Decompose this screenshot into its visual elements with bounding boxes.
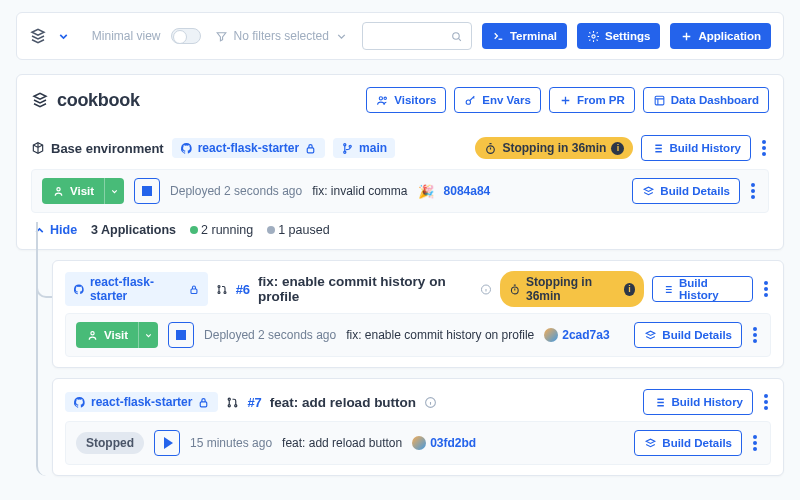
env-vars-button[interactable]: Env Vars: [454, 87, 541, 113]
new-application-button[interactable]: Application: [670, 23, 771, 49]
data-dashboard-button[interactable]: Data Dashboard: [643, 87, 769, 113]
svg-point-4: [466, 99, 470, 103]
topbar: Minimal view No filters selected Termina…: [16, 12, 784, 60]
svg-point-8: [344, 151, 346, 153]
visit-dropdown[interactable]: [104, 178, 124, 204]
terminal-button[interactable]: Terminal: [482, 23, 567, 49]
party-hat-icon: 🎉: [418, 184, 434, 199]
env-menu-button[interactable]: [759, 140, 769, 156]
info-outline-icon[interactable]: [480, 283, 492, 296]
external-icon: [86, 329, 99, 342]
stopwatch-icon: [509, 283, 521, 296]
list-icon: [651, 142, 664, 155]
dashboard-icon: [653, 94, 666, 107]
from-pr-button[interactable]: From PR: [549, 87, 635, 113]
search-input[interactable]: [362, 22, 472, 50]
app-menu-button[interactable]: [761, 281, 771, 297]
deployed-ago: Deployed 2 seconds ago: [170, 184, 302, 198]
from-pr-label: From PR: [577, 94, 625, 106]
commit-message: feat: add reload button: [282, 436, 402, 450]
base-env-title: Base environment: [31, 141, 164, 156]
info-icon[interactable]: i: [624, 283, 636, 296]
repo-chip[interactable]: react-flask-starter: [65, 272, 208, 306]
app-header: react-flask-starter #7 feat: add reload …: [53, 379, 783, 421]
people-icon: [376, 94, 389, 107]
visit-button[interactable]: Visit: [42, 178, 104, 204]
app-menu-button[interactable]: [761, 394, 771, 410]
avatar: [544, 328, 558, 342]
settings-label: Settings: [605, 30, 650, 42]
pull-request-icon: [226, 396, 239, 409]
base-env-header: Base environment react-flask-starter mai…: [31, 125, 769, 169]
stop-button[interactable]: [134, 178, 160, 204]
build-details-button[interactable]: Build Details: [632, 178, 740, 204]
github-icon: [73, 396, 86, 409]
repo-name: react-flask-starter: [90, 275, 183, 303]
build-menu-button[interactable]: [750, 327, 760, 343]
list-icon: [653, 396, 666, 409]
build-menu-button[interactable]: [748, 183, 758, 199]
stop-button[interactable]: [168, 322, 194, 348]
svg-point-22: [235, 404, 237, 406]
visit-button[interactable]: Visit: [76, 322, 138, 348]
svg-point-10: [487, 145, 495, 153]
svg-rect-6: [307, 147, 314, 152]
svg-rect-12: [191, 289, 197, 293]
commit-hash[interactable]: 8084a84: [444, 184, 491, 198]
stopwatch-icon: [484, 142, 497, 155]
github-icon: [73, 283, 85, 296]
svg-point-1: [592, 34, 595, 37]
project-card: cookbook Visitors Env Vars From PR Data …: [16, 74, 784, 250]
build-details-button[interactable]: Build Details: [634, 322, 742, 348]
terminal-icon: [492, 30, 505, 43]
plus-icon: [559, 94, 572, 107]
build-history-button[interactable]: Build History: [652, 276, 753, 302]
deployed-ago: Deployed 2 seconds ago: [204, 328, 336, 342]
layers-icon: [642, 185, 655, 198]
chevron-down-icon: [335, 30, 348, 43]
chevron-down-icon[interactable]: [57, 30, 70, 43]
pr-number[interactable]: #7: [247, 395, 261, 410]
visitors-button[interactable]: Visitors: [366, 87, 446, 113]
layers-icon: [644, 329, 657, 342]
gear-icon: [587, 30, 600, 43]
filters-label: No filters selected: [234, 29, 329, 43]
svg-point-2: [380, 96, 383, 99]
info-outline-icon[interactable]: [424, 396, 437, 409]
repo-chip[interactable]: react-flask-starter: [65, 392, 218, 412]
commit-hash[interactable]: 2cad7a3: [544, 328, 609, 342]
project-title: cookbook: [57, 90, 140, 111]
svg-point-13: [218, 285, 220, 287]
apps-summary: Hide 3 Applications 2 running 1 paused: [31, 213, 769, 239]
build-details-button[interactable]: Build Details: [634, 430, 742, 456]
settings-button[interactable]: Settings: [577, 23, 660, 49]
svg-point-7: [344, 143, 346, 145]
branch-chip[interactable]: main: [333, 138, 395, 158]
svg-point-14: [218, 291, 220, 293]
app-card: react-flask-starter #6 fix: enable commi…: [52, 260, 784, 368]
minimal-view-toggle[interactable]: [171, 28, 201, 44]
plus-icon: [680, 30, 693, 43]
build-history-button[interactable]: Build History: [643, 389, 753, 415]
visit-dropdown[interactable]: [138, 322, 158, 348]
search-icon: [450, 30, 463, 43]
pr-number[interactable]: #6: [236, 282, 250, 297]
filters-dropdown[interactable]: No filters selected: [211, 29, 352, 43]
branch-icon: [341, 142, 354, 155]
envvars-label: Env Vars: [482, 94, 531, 106]
dashboard-label: Data Dashboard: [671, 94, 759, 106]
play-button[interactable]: [154, 430, 180, 456]
repo-chip[interactable]: react-flask-starter: [172, 138, 325, 158]
build-menu-button[interactable]: [750, 435, 760, 451]
avatar: [412, 436, 426, 450]
terminal-label: Terminal: [510, 30, 557, 42]
lock-icon: [197, 396, 210, 409]
build-history-button[interactable]: Build History: [641, 135, 751, 161]
svg-rect-19: [201, 401, 208, 406]
svg-point-11: [57, 187, 60, 190]
svg-point-18: [91, 331, 94, 334]
commit-hash[interactable]: 03fd2bd: [412, 436, 476, 450]
stopped-pill: Stopped: [76, 432, 144, 454]
info-icon[interactable]: i: [611, 142, 624, 155]
pr-title: fix: enable commit history on profile: [258, 274, 472, 304]
